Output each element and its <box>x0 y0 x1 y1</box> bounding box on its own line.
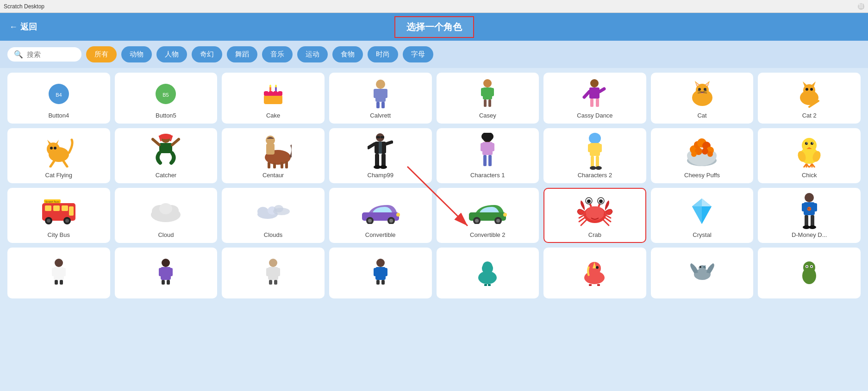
sprite-cloud[interactable]: Cloud <box>115 188 218 243</box>
sprite-dmoney[interactable]: 🏀 D-Money D... <box>758 188 861 243</box>
back-button[interactable]: ← 返回 <box>9 21 37 32</box>
sprite-convertible2[interactable]: Convertible 2 <box>437 188 539 243</box>
sprite-centaur-label: Centaur <box>225 172 321 179</box>
svg-rect-66 <box>268 162 270 168</box>
sprite-chick-img <box>762 133 857 170</box>
svg-point-35 <box>704 88 706 91</box>
sprite-convertible[interactable]: Convertible <box>329 188 432 243</box>
sprite-clouds[interactable]: Clouds <box>222 188 325 243</box>
app-name: Scratch Desktop <box>4 3 44 10</box>
sprite-city-bus[interactable]: Scratch Tours City Bus <box>7 188 110 243</box>
sprite-bottom2[interactable] <box>115 248 218 298</box>
sprite-clouds-label: Clouds <box>225 231 321 238</box>
svg-rect-190 <box>60 280 63 285</box>
sprite-cat2[interactable]: Cat 2 <box>758 73 861 124</box>
svg-point-152 <box>475 219 479 223</box>
sprite-cake[interactable]: Cake <box>222 73 325 124</box>
sprite-crystal-label: Crystal <box>655 231 750 238</box>
sprite-button4[interactable]: B4 Button4 <box>7 73 110 124</box>
svg-point-9 <box>275 85 277 87</box>
sprite-characters2[interactable]: Characters 2 <box>543 128 646 183</box>
sprite-calvrett[interactable]: Calvrett <box>329 73 432 124</box>
sprite-convertible-label: Convertible <box>333 231 428 238</box>
sprite-cassy-dance[interactable]: Cassy Dance <box>543 73 646 124</box>
sprite-cat-flying[interactable]: Cat Flying <box>7 128 110 183</box>
svg-rect-128 <box>69 206 74 216</box>
sprite-cheesy-puffs[interactable]: Cheesy Puffs <box>651 128 754 183</box>
svg-point-224 <box>699 266 701 268</box>
sprite-cat[interactable]: Cat <box>651 73 754 124</box>
sprite-grid-row3 <box>7 248 861 298</box>
sprite-bottom4[interactable] <box>329 248 432 298</box>
sprite-button5[interactable]: B5 Button5 <box>115 73 218 124</box>
svg-rect-95 <box>596 156 599 167</box>
category-fashion[interactable]: 时尚 <box>368 46 398 62</box>
sprite-bottom8[interactable] <box>758 248 861 298</box>
search-input[interactable] <box>27 50 73 58</box>
svg-rect-196 <box>167 280 170 285</box>
category-fantasy[interactable]: 奇幻 <box>192 46 222 62</box>
sprite-convertible2-label: Convertible 2 <box>440 231 536 238</box>
category-sports[interactable]: 运动 <box>297 46 328 62</box>
sprite-crystal[interactable]: Crystal <box>651 188 754 243</box>
header-title: 选择一个角色 <box>394 16 474 38</box>
svg-point-83 <box>481 133 493 141</box>
sprite-crab[interactable]: Crab <box>543 188 646 243</box>
sprite-cheesy-puffs-label: Cheesy Puffs <box>655 172 750 179</box>
sprite-centaur[interactable]: Centaur <box>222 128 325 183</box>
svg-point-112 <box>805 142 808 145</box>
sprite-cat-label: Cat <box>655 112 750 119</box>
svg-text:Scratch Tours: Scratch Tours <box>45 200 60 203</box>
category-people[interactable]: 人物 <box>156 46 187 62</box>
sprite-grid-row0: B4 Button4 B5 Button5 <box>7 73 861 124</box>
search-icon: 🔍 <box>14 50 23 59</box>
sprite-bottom3[interactable] <box>222 248 325 298</box>
svg-rect-68 <box>281 162 283 168</box>
svg-point-140 <box>257 207 269 216</box>
svg-point-49 <box>47 143 60 155</box>
svg-point-149 <box>396 213 400 217</box>
sprite-cloud-img <box>119 192 214 230</box>
sprite-grid-row2: Scratch Tours City Bus Clo <box>7 188 861 243</box>
category-music[interactable]: 音乐 <box>262 46 293 62</box>
sprite-champ99[interactable]: Champ99 <box>329 128 432 183</box>
toolbar: 🔍 所有 动物 人物 奇幻 舞蹈 音乐 运动 食物 时尚 字母 <box>0 41 868 68</box>
svg-line-61 <box>153 139 159 145</box>
maximize-btn[interactable]: ⬜ <box>858 3 864 10</box>
sprite-casey[interactable]: Casey <box>437 73 539 124</box>
sprite-characters1-label: Characters 1 <box>440 172 536 179</box>
sprite-catcher-label: Catcher <box>119 172 214 179</box>
category-letters[interactable]: 字母 <box>403 46 433 62</box>
svg-rect-187 <box>52 268 56 276</box>
sprite-chick[interactable]: Chick <box>758 128 861 183</box>
sprite-bottom4-img <box>333 252 428 292</box>
svg-rect-194 <box>169 268 173 276</box>
svg-rect-208 <box>381 280 385 285</box>
svg-rect-85 <box>481 143 484 151</box>
svg-rect-88 <box>488 155 492 166</box>
svg-text:🏀: 🏀 <box>807 206 812 211</box>
svg-rect-14 <box>376 102 380 108</box>
sprite-bottom5[interactable] <box>437 248 539 298</box>
svg-point-34 <box>698 88 701 91</box>
category-all[interactable]: 所有 <box>86 46 117 62</box>
category-food[interactable]: 食物 <box>332 46 363 62</box>
svg-rect-72 <box>381 136 384 138</box>
svg-rect-12 <box>374 89 377 98</box>
sprite-characters1[interactable]: Characters 1 <box>437 128 539 183</box>
sprite-bottom6[interactable] <box>543 248 646 298</box>
svg-point-97 <box>595 166 602 170</box>
sprite-bottom6-img <box>547 252 643 292</box>
svg-point-53 <box>54 147 56 149</box>
sprite-bottom3-img <box>225 252 321 292</box>
svg-rect-193 <box>159 268 162 276</box>
back-arrow-icon: ← <box>9 22 18 32</box>
category-animals[interactable]: 动物 <box>121 46 152 62</box>
sprite-bottom7[interactable] <box>651 248 754 298</box>
svg-point-132 <box>47 219 50 223</box>
svg-line-166 <box>581 220 587 225</box>
sprite-catcher[interactable]: Catcher <box>115 128 218 183</box>
svg-point-218 <box>596 266 599 269</box>
category-dance[interactable]: 舞蹈 <box>227 46 257 62</box>
sprite-bottom1[interactable] <box>7 248 110 298</box>
